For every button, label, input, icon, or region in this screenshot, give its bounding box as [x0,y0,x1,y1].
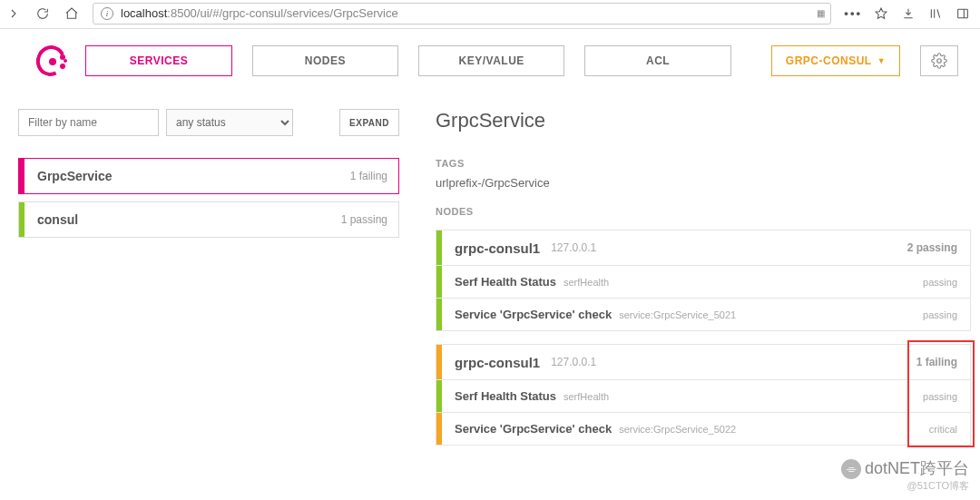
node-block: grpc-consul1 127.0.0.1 2 passing Serf He… [436,230,971,331]
check-name: Serf Health Status [455,275,556,289]
sidebar-icon[interactable] [955,5,971,22]
nodes-label: NODES [436,206,971,217]
status-bar [19,202,24,237]
datacenter-dropdown[interactable]: GRPC-CONSUL▼ [771,45,900,76]
status-bar [436,345,442,379]
url-bar[interactable]: i localhost:8500/ui/#/grpc-consul/servic… [93,3,831,25]
service-name: consul [37,212,78,227]
tags-label: TAGS [436,158,971,169]
tags-value: urlprefix-/GrpcService [436,176,971,190]
browser-toolbar: i localhost:8500/ui/#/grpc-consul/servic… [0,0,980,29]
health-check[interactable]: Serf Health Status serfHealth passing [436,380,971,413]
filter-bar: any status EXPAND [18,109,399,136]
check-id: service:GrpcService_5022 [619,424,736,435]
health-check[interactable]: Serf Health Status serfHealth passing [436,266,971,299]
check-status: passing [923,309,957,320]
tab-services[interactable]: SERVICES [85,45,231,76]
qr-icon[interactable]: ▦ [817,8,823,18]
tab-kv[interactable]: KEY/VALUE [418,45,564,76]
status-bar [436,380,442,412]
more-icon[interactable]: ••• [844,6,862,20]
check-name: Service 'GrpcService' check [455,422,612,436]
site-info-icon[interactable]: i [101,7,113,20]
download-icon[interactable] [900,5,916,22]
check-status: critical [929,424,957,435]
node-name: grpc-consul1 [455,355,540,370]
settings-button[interactable] [920,45,958,76]
watermark: ⌯dotNET跨平台 @51CTO博客 [841,457,969,493]
library-icon[interactable] [927,5,944,22]
status-bar [19,159,24,193]
check-name: Serf Health Status [455,389,556,403]
consul-logo[interactable] [36,45,65,76]
svg-rect-0 [958,9,968,17]
status-bar [436,299,442,330]
tab-acl[interactable]: ACL [584,45,730,76]
status-bar [436,266,442,298]
node-block: grpc-consul1 127.0.0.1 1 failing Serf He… [436,344,971,446]
node-ip: 127.0.0.1 [551,356,596,368]
caret-down-icon: ▼ [877,56,886,65]
service-item[interactable]: GrpcService 1 failing [18,158,399,194]
service-status: 1 failing [350,170,387,182]
expand-button[interactable]: EXPAND [339,109,399,136]
page-title: GrpcService [436,109,971,132]
url-text: localhost:8500/ui/#/grpc-consul/services… [121,6,398,20]
health-check[interactable]: Service 'GrpcService' check service:Grpc… [436,413,971,446]
tab-nodes[interactable]: NODES [252,45,398,76]
bookmark-icon[interactable] [873,5,889,22]
svg-point-1 [937,59,942,64]
wechat-icon: ⌯ [841,459,861,479]
check-name: Service 'GrpcService' check [455,308,612,321]
consul-header: SERVICES NODES KEY/VALUE ACL GRPC-CONSUL… [0,29,980,93]
forward-icon[interactable] [5,5,22,22]
node-ip: 127.0.0.1 [551,241,596,254]
service-name: GrpcService [37,169,113,183]
service-status: 1 passing [341,213,387,226]
node-header[interactable]: grpc-consul1 127.0.0.1 1 failing [436,344,971,380]
node-status: 1 failing [916,356,957,368]
check-id: service:GrpcService_5021 [619,309,736,320]
gear-icon [931,53,947,69]
node-status: 2 passing [907,241,957,254]
health-check[interactable]: Service 'GrpcService' check service:Grpc… [436,299,971,331]
reload-icon[interactable] [34,5,51,22]
service-list: GrpcService 1 failing consul 1 passing [18,158,399,238]
status-select[interactable]: any status [166,109,293,136]
check-id: serfHealth [564,277,609,288]
status-bar [436,230,442,265]
node-name: grpc-consul1 [455,240,540,256]
check-id: serfHealth [564,391,609,402]
check-status: passing [923,391,957,402]
status-bar [436,413,442,445]
home-icon[interactable] [64,5,80,22]
check-status: passing [923,277,957,288]
filter-input[interactable] [18,109,159,136]
node-header[interactable]: grpc-consul1 127.0.0.1 2 passing [436,230,971,266]
service-item[interactable]: consul 1 passing [18,201,399,238]
